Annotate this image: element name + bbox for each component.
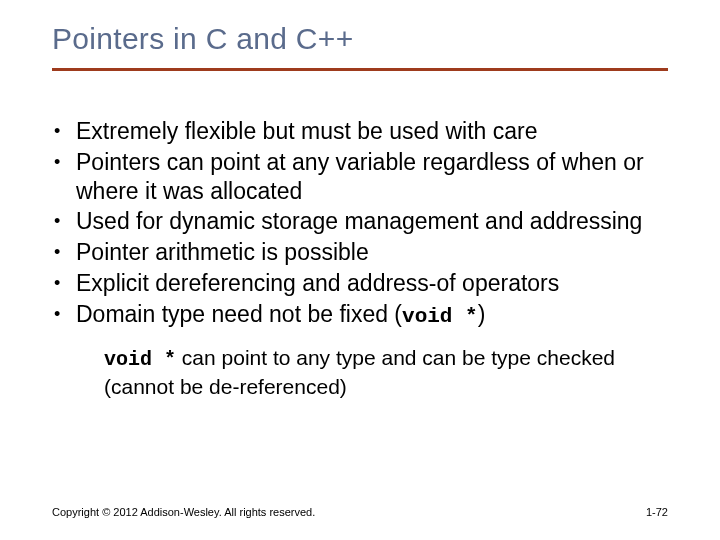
bullet-list: Extremely flexible but must be used with… — [52, 117, 668, 330]
bullet-item: Used for dynamic storage management and … — [52, 207, 668, 236]
bullet-item: Pointer arithmetic is possible — [52, 238, 668, 267]
slide-title: Pointers in C and C++ — [52, 22, 668, 56]
code-text: void * — [104, 348, 176, 371]
page-number: 1-72 — [646, 506, 668, 518]
footer: Copyright © 2012 Addison-Wesley. All rig… — [52, 506, 668, 518]
bullet-item: Pointers can point at any variable regar… — [52, 148, 668, 206]
copyright-text: Copyright © 2012 Addison-Wesley. All rig… — [52, 506, 315, 518]
sub-text: can point to any type and can be type ch… — [104, 346, 615, 398]
title-rule — [52, 68, 668, 71]
bullet-item: Explicit dereferencing and address-of op… — [52, 269, 668, 298]
slide: Pointers in C and C++ Extremely flexible… — [0, 0, 720, 540]
bullet-item: Extremely flexible but must be used with… — [52, 117, 668, 146]
bullet-item: Domain type need not be fixed (void *) — [52, 300, 668, 330]
code-text: void * — [402, 305, 478, 328]
bullet-text: ) — [478, 301, 486, 327]
sub-note: void * can point to any type and can be … — [104, 344, 668, 400]
bullet-text: Domain type need not be fixed ( — [76, 301, 402, 327]
